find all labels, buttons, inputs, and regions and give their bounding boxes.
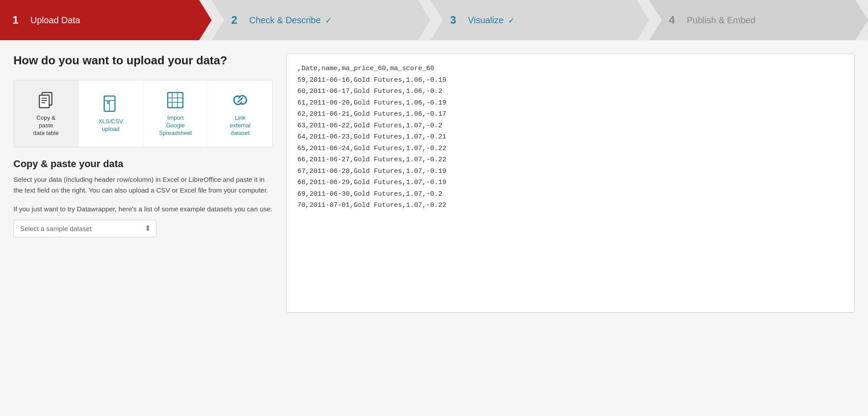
method-google-spreadsheet[interactable]: ImportGoogleSpreadsheet — [144, 80, 208, 147]
step-1-label: Upload Data — [30, 15, 80, 25]
google-spreadsheet-icon — [165, 90, 185, 110]
method-copy-paste-label: Copy &pastedata table — [33, 114, 59, 137]
method-link-external[interactable]: Linkexternaldataset — [208, 80, 272, 147]
link-external-icon — [230, 90, 250, 110]
method-copy-paste[interactable]: Copy &pastedata table — [14, 80, 79, 147]
method-google-spreadsheet-label: ImportGoogleSpreadsheet — [159, 114, 192, 137]
wizard-bar: 1 Upload Data 2 Check & Describe ✓ 3 Vis… — [0, 0, 868, 40]
section-title: Copy & paste your data — [13, 158, 273, 170]
step-4-label: Publish & Embed — [687, 15, 755, 25]
sample-dataset-select[interactable]: Select a sample dataset — [13, 220, 157, 237]
left-panel: How do you want to upload your data? Cop… — [13, 54, 273, 403]
step-3-number: 3 — [450, 14, 463, 26]
sample-dataset-wrapper: Select a sample dataset ⬍ — [13, 220, 157, 237]
step-1-number: 1 — [13, 14, 25, 26]
step-visualize[interactable]: 3 Visualize ✓ — [431, 0, 649, 40]
data-preview[interactable]: ,Date,name,ma_price_60,ma_score_60 59,20… — [286, 54, 855, 313]
section-description: Select your data (including header row/c… — [13, 174, 273, 196]
step-2-label: Check & Describe ✓ — [249, 15, 332, 25]
sample-label: If you just want to try Datawrapper, her… — [13, 204, 273, 214]
copy-paste-section: Copy & paste your data Select your data … — [13, 158, 273, 237]
svg-line-14 — [238, 98, 242, 102]
step-2-number: 2 — [231, 14, 244, 26]
step-upload-data[interactable]: 1 Upload Data — [0, 0, 212, 40]
step-2-check: ✓ — [325, 16, 332, 25]
upload-question: How do you want to upload your data? — [13, 54, 273, 67]
step-publish-embed: 4 Publish & Embed — [649, 0, 868, 40]
step-3-check: ✓ — [508, 16, 515, 25]
svg-text:x: x — [106, 99, 110, 105]
svg-rect-1 — [39, 95, 49, 108]
method-xls-csv-label: XLS/CSVupload — [98, 118, 123, 133]
right-panel: ,Date,name,ma_price_60,ma_score_60 59,20… — [286, 54, 855, 403]
upload-methods: Copy &pastedata table x XLS/CSVupload — [13, 80, 273, 147]
step-check-describe[interactable]: 2 Check & Describe ✓ — [212, 0, 430, 40]
step-4-number: 4 — [669, 14, 682, 26]
method-link-external-label: Linkexternaldataset — [230, 114, 250, 137]
main-content: How do you want to upload your data? Cop… — [0, 54, 868, 416]
method-xls-csv[interactable]: x XLS/CSVupload — [79, 80, 144, 147]
copy-paste-icon — [36, 90, 56, 110]
xls-csv-icon: x — [101, 94, 121, 113]
svg-rect-9 — [168, 92, 183, 108]
step-3-label: Visualize ✓ — [468, 15, 515, 25]
